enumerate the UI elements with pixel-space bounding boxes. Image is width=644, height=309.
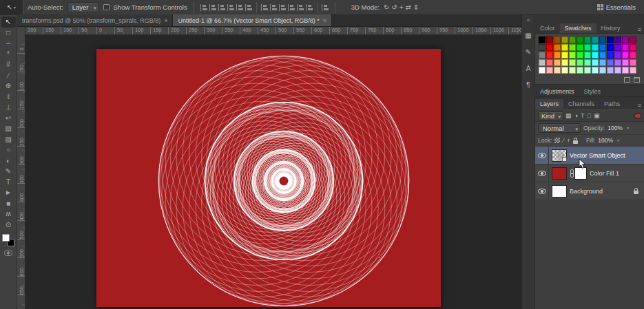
tab-swatches[interactable]: Swatches — [560, 23, 596, 33]
swatch[interactable] — [622, 44, 629, 51]
swatch[interactable] — [554, 59, 561, 66]
panel-icon-character[interactable]: A — [523, 63, 534, 73]
distribute-top-edges-icon[interactable] — [261, 4, 268, 11]
swatch[interactable] — [554, 36, 561, 43]
swatch[interactable] — [539, 52, 546, 58]
tool-preset-picker[interactable]: ↖ ▾ — [0, 0, 23, 15]
auto-align-layers-icon[interactable] — [322, 4, 329, 11]
swatch[interactable] — [539, 44, 546, 51]
distribute-right-edges-icon[interactable] — [306, 4, 313, 11]
swatch[interactable] — [630, 44, 636, 51]
swatch[interactable] — [622, 36, 629, 43]
panel-icon-swatches[interactable]: ▦ — [523, 30, 534, 40]
tab-paths[interactable]: Paths — [599, 99, 625, 109]
healing-brush-tool[interactable]: ⊕ — [1, 81, 16, 92]
document-tab-transforms[interactable]: transforms.psd @ 50% (transform_spirals,… — [17, 14, 173, 26]
distribute-bottom-edges-icon[interactable] — [279, 4, 286, 11]
swatch[interactable] — [630, 36, 636, 43]
swatch[interactable] — [599, 36, 606, 43]
eyedropper-tool[interactable]: ∕ — [1, 70, 16, 81]
swatch[interactable] — [584, 67, 591, 74]
history-brush-tool[interactable]: ↩ — [1, 113, 16, 124]
type-tool[interactable]: T — [1, 177, 16, 188]
align-right-edges-icon[interactable] — [218, 4, 225, 11]
quick-selection-tool[interactable]: * — [1, 49, 16, 60]
dodge-tool[interactable]: ◐ — [1, 156, 16, 167]
orbit-3d-icon[interactable]: ↻ — [384, 4, 389, 11]
swatch[interactable] — [614, 67, 621, 74]
swatch[interactable] — [554, 52, 561, 58]
panel-menu-icon[interactable]: ≡ — [638, 26, 641, 33]
swatch[interactable] — [614, 36, 621, 43]
fill-value[interactable]: 100% — [598, 137, 619, 144]
swatch[interactable] — [584, 44, 591, 51]
swatch[interactable] — [607, 59, 614, 66]
roll-3d-icon[interactable]: ↺ — [391, 4, 397, 11]
pixel-layer-filter-icon[interactable]: ▦ — [565, 113, 572, 119]
swatch[interactable] — [561, 59, 568, 66]
layer-thumbnail[interactable] — [552, 185, 567, 198]
lock-position-icon[interactable]: + — [567, 138, 570, 144]
swatch[interactable] — [630, 52, 636, 58]
swatch[interactable] — [539, 36, 546, 43]
swatch[interactable] — [599, 67, 606, 74]
swatch[interactable] — [592, 59, 599, 66]
swatch[interactable] — [569, 52, 576, 58]
panel-menu-icon[interactable]: ≡ — [638, 102, 641, 109]
swatch[interactable] — [546, 67, 553, 74]
vertical-ruler[interactable]: 050100150200250300350400450500550600650 — [17, 35, 25, 309]
blend-mode-dropdown[interactable]: Normal — [538, 123, 581, 133]
tab-close-icon[interactable]: × — [323, 17, 326, 24]
lock-pixels-icon[interactable]: ∕ — [563, 138, 564, 144]
layer-thumbnail[interactable] — [552, 149, 567, 162]
align-vertical-centers-icon[interactable] — [236, 4, 243, 11]
swatch[interactable] — [630, 67, 636, 74]
canvas[interactable] — [96, 49, 441, 307]
brush-tool[interactable]: ℓ — [1, 92, 16, 103]
layer-row-vector-smart-object[interactable]: Vector Smart Object — [535, 147, 644, 164]
layer-row-color-fill[interactable]: Color Fill 1 — [535, 164, 644, 182]
distribute-left-edges-icon[interactable] — [288, 4, 295, 11]
lasso-tool[interactable]: ∽ — [1, 38, 16, 49]
swatch[interactable] — [569, 44, 576, 51]
swatch[interactable] — [561, 52, 568, 58]
swatch[interactable] — [546, 52, 553, 58]
document-tab-untitled[interactable]: Untitled-1 @ 66.7% (Vector Smart Object,… — [173, 14, 331, 26]
adjustment-layer-filter-icon[interactable]: ◑ — [574, 113, 578, 119]
gradient-tool[interactable]: ▨ — [1, 134, 16, 145]
move-tool[interactable]: ↖ — [1, 17, 16, 28]
swatch[interactable] — [584, 52, 591, 58]
align-bottom-edges-icon[interactable] — [245, 4, 252, 11]
swatch[interactable] — [584, 59, 591, 66]
swatch[interactable] — [577, 44, 583, 51]
swatch[interactable] — [592, 36, 599, 43]
eraser-tool[interactable]: ▤ — [1, 123, 16, 134]
swatch[interactable] — [546, 44, 553, 51]
opacity-value[interactable]: 100% — [607, 125, 629, 131]
distribute-horizontal-centers-icon[interactable] — [297, 4, 304, 11]
swatch[interactable] — [607, 67, 614, 74]
tab-channels[interactable]: Channels — [563, 99, 599, 109]
swatch[interactable] — [546, 59, 553, 66]
swatch[interactable] — [622, 52, 629, 58]
shape-layer-filter-icon[interactable]: □ — [587, 113, 590, 119]
distribute-vertical-centers-icon[interactable] — [270, 4, 277, 11]
swatch[interactable] — [561, 36, 568, 43]
visibility-cell[interactable] — [535, 147, 549, 164]
swatch[interactable] — [577, 59, 583, 66]
swatch[interactable] — [622, 59, 629, 66]
swatch[interactable] — [569, 36, 576, 43]
swatch[interactable] — [630, 59, 636, 66]
layer-filter-toggle[interactable] — [634, 114, 641, 118]
show-transform-controls-checkbox[interactable] — [103, 4, 110, 10]
pen-tool[interactable]: ✎ — [1, 166, 16, 177]
align-horizontal-centers-icon[interactable] — [209, 4, 216, 11]
layer-row-background[interactable]: Background — [535, 182, 644, 200]
trash-icon[interactable] — [634, 77, 640, 83]
swatch[interactable] — [622, 67, 629, 74]
swatch[interactable] — [569, 67, 576, 74]
swatch[interactable] — [599, 59, 606, 66]
zoom-tool[interactable]: ⊙ — [1, 220, 16, 231]
horizontal-ruler-track[interactable]: 2001501005005010015020025030035040045050… — [25, 27, 521, 34]
swatch[interactable] — [592, 52, 599, 58]
